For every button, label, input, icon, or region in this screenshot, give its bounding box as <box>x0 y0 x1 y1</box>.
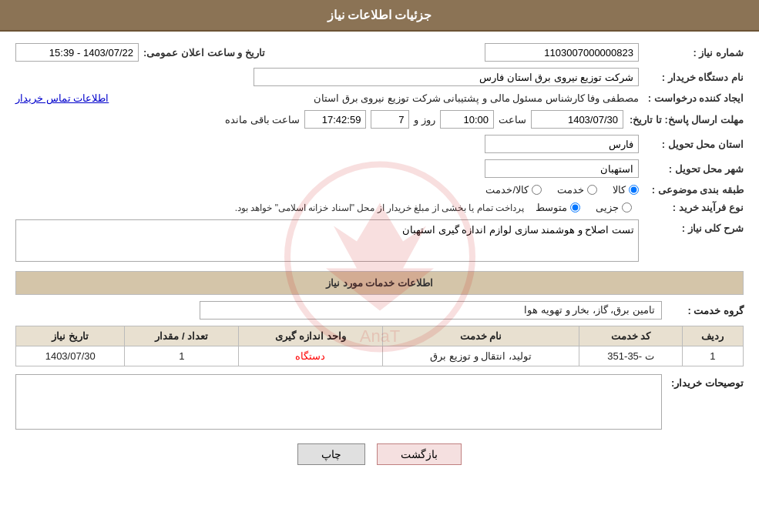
deadline-label: مهلت ارسال پاسخ: تا تاریخ: <box>628 114 744 125</box>
description-row: شرح کلی نیاز : تست اصلاح و هوشمند سازی ل… <box>15 219 744 262</box>
col-date: تاریخ نیاز <box>16 326 125 346</box>
cell-code: ت -35-351 <box>579 346 682 366</box>
announce-label: تاریخ و ساعت اعلان عمومی: <box>143 47 265 59</box>
deadline-time-input[interactable] <box>440 110 494 129</box>
city-label: شهر محل تحویل : <box>643 163 744 175</box>
table-row: 1 ت -35-351 تولید، انتقال و توزیع برق دس… <box>16 346 744 366</box>
cell-unit: دستگاه <box>239 346 382 366</box>
process-row: نوع فرآیند خرید : جزیی متوسط پرداخت تمام… <box>15 202 744 213</box>
print-button[interactable]: چاپ <box>297 443 365 465</box>
process-radio-group: جزیی متوسط <box>536 202 632 213</box>
category-radio-kala-khedmat[interactable] <box>532 185 542 195</box>
creator-label: ایجاد کننده درخواست : <box>643 92 744 104</box>
cell-row: 1 <box>682 346 743 366</box>
category-option-kala-khedmat[interactable]: کالا/خدمت <box>485 184 542 196</box>
creator-contact-link[interactable]: اطلاعات تماس خریدار <box>15 92 109 104</box>
category-label-khedmat: خدمت <box>557 184 584 196</box>
need-number-label: شماره نیاز : <box>643 47 744 59</box>
category-radio-group: کالا خدمت کالا/خدمت <box>485 184 639 196</box>
category-row: طبقه بندی موضوعی : کالا خدمت کالا/خدمت <box>15 184 744 196</box>
announce-input[interactable] <box>15 43 139 62</box>
process-radio-mota[interactable] <box>570 202 580 212</box>
process-note: پرداخت تمام یا بخشی از مبلغ خریدار از مح… <box>15 202 524 213</box>
deadline-days-input[interactable] <box>371 110 409 129</box>
col-code: کد خدمت <box>579 326 682 346</box>
services-table: ردیف کد خدمت نام خدمت واحد اندازه گیری ت… <box>15 326 744 366</box>
category-label: طبقه بندی موضوعی : <box>643 184 744 196</box>
deadline-days-label: روز و <box>414 114 435 125</box>
process-label: نوع فرآیند خرید : <box>643 202 744 213</box>
buyer-notes-row: توصیحات خریدار: <box>15 374 744 430</box>
buttons-row: بازگشت چاپ <box>15 443 744 465</box>
services-section-title: اطلاعات خدمات مورد نیاز <box>15 271 744 295</box>
buyer-org-label: نام دستگاه خریدار : <box>643 72 744 83</box>
category-label-kala: کالا <box>613 184 626 196</box>
col-name: نام خدمت <box>382 326 579 346</box>
creator-value: مصطفی وفا کارشناس مسئول مالی و پشتیبانی … <box>113 92 639 104</box>
buyer-notes-textarea[interactable] <box>15 374 662 430</box>
col-qty: تعداد / مقدار <box>125 326 239 346</box>
cell-name: تولید، انتقال و توزیع برق <box>382 346 579 366</box>
page-title: جزئیات اطلاعات نیاز <box>327 8 432 22</box>
city-row: شهر محل تحویل : <box>15 159 744 178</box>
deadline-remaining-input[interactable] <box>304 110 366 129</box>
cell-qty: 1 <box>125 346 239 366</box>
process-option-jozi[interactable]: جزیی <box>596 202 632 213</box>
col-row: ردیف <box>682 326 743 346</box>
service-group-label: گروه خدمت : <box>667 305 744 316</box>
process-option-mota[interactable]: متوسط <box>536 202 580 213</box>
category-option-kala[interactable]: کالا <box>613 184 639 196</box>
category-radio-kala[interactable] <box>629 185 639 195</box>
category-radio-khedmat[interactable] <box>587 185 597 195</box>
buyer-org-row: نام دستگاه خریدار : <box>15 68 744 86</box>
description-label: شرح کلی نیاز : <box>643 219 744 234</box>
buyer-org-input[interactable] <box>254 68 639 86</box>
province-row: استان محل تحویل : <box>15 135 744 153</box>
deadline-date-input[interactable] <box>531 110 623 129</box>
service-group-value: تامین برق، گاز، بخار و تهویه هوا <box>200 301 662 320</box>
deadline-row: مهلت ارسال پاسخ: تا تاریخ: ساعت روز و سا… <box>15 110 744 129</box>
province-input[interactable] <box>485 135 639 153</box>
process-label-mota: متوسط <box>536 202 567 213</box>
deadline-time-label: ساعت <box>499 114 526 125</box>
col-unit: واحد اندازه گیری <box>239 326 382 346</box>
back-button[interactable]: بازگشت <box>377 443 462 465</box>
process-label-jozi: جزیی <box>596 202 619 213</box>
creator-row: ایجاد کننده درخواست : مصطفی وفا کارشناس … <box>15 92 744 104</box>
need-number-row: شماره نیاز : تاریخ و ساعت اعلان عمومی: <box>15 43 744 62</box>
category-option-khedmat[interactable]: خدمت <box>557 184 597 196</box>
category-label-kala-khedmat: کالا/خدمت <box>485 184 529 196</box>
process-radio-jozi[interactable] <box>622 202 632 212</box>
need-number-input[interactable] <box>485 43 639 62</box>
service-group-row: گروه خدمت : تامین برق، گاز، بخار و تهویه… <box>15 301 744 320</box>
city-input[interactable] <box>485 159 639 178</box>
description-textarea[interactable]: تست اصلاح و هوشمند سازی لوازم اندازه گیر… <box>15 219 639 262</box>
province-label: استان محل تحویل : <box>643 139 744 150</box>
cell-date: 1403/07/30 <box>16 346 125 366</box>
buyer-notes-label: توصیحات خریدار: <box>667 374 744 389</box>
deadline-remaining-label: ساعت باقی مانده <box>225 114 300 125</box>
page-header: جزئیات اطلاعات نیاز <box>0 0 759 32</box>
